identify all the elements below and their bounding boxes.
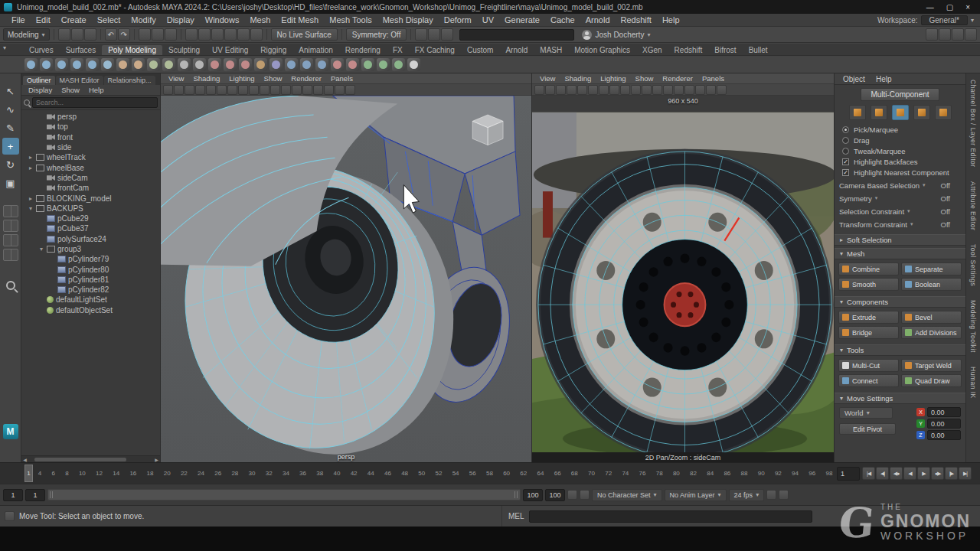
live-surface-button[interactable]: No Live Surface (271, 28, 338, 41)
outliner-item[interactable]: polySurface24 (21, 234, 160, 244)
textured-icon[interactable] (631, 85, 641, 95)
symmetry-selector[interactable]: Symmetry: Off (346, 28, 407, 41)
viewport-menu-item[interactable]: Lighting (224, 74, 259, 83)
menu-item[interactable]: Mesh Display (377, 15, 439, 24)
step-forward-frame-button[interactable]: |▶ (945, 467, 958, 480)
film-gate-icon[interactable] (717, 85, 727, 95)
film-gate-icon[interactable] (345, 85, 355, 95)
face-mode-icon[interactable] (892, 105, 909, 120)
lasso-tool-icon[interactable]: ∿ (2, 101, 19, 118)
play-forward-button[interactable]: ▶ (917, 467, 930, 480)
move-settings-header[interactable]: ▾ Move Settings (835, 393, 965, 404)
auto-keyframe-icon[interactable] (567, 490, 577, 500)
resolution-gate-icon[interactable] (324, 85, 334, 95)
open-scene-icon[interactable] (71, 28, 83, 41)
outliner-item[interactable]: pCylinder81 (21, 275, 160, 285)
motion-blur-icon[interactable] (302, 85, 312, 95)
outliner-item[interactable]: pCube37 (21, 223, 160, 233)
playback-speed-icon[interactable] (779, 490, 789, 500)
axis-value-field[interactable] (927, 419, 961, 429)
modeling-tool-button[interactable]: Quad Draw (901, 374, 962, 387)
select-component-icon[interactable] (165, 28, 177, 41)
viewport-menu-item[interactable]: Renderer (286, 74, 326, 83)
menu-item[interactable]: Help (657, 15, 685, 24)
poly-cone-icon[interactable] (70, 58, 83, 71)
component-tool-button[interactable]: Bridge (838, 326, 899, 339)
character-set-selector[interactable]: No Character Set ▾ (592, 489, 662, 501)
anim-layer-selector[interactable]: No Anim Layer ▾ (665, 489, 727, 501)
menu-item[interactable]: Select (92, 15, 126, 24)
shelf-tab[interactable]: Redshift (668, 45, 709, 55)
bookmark-icon[interactable] (567, 85, 577, 95)
outliner-item[interactable]: ▾ BACKUPS (21, 204, 160, 214)
mesh-tool-button[interactable]: Smooth (838, 278, 899, 291)
step-back-key-button[interactable]: ◀● (890, 467, 903, 480)
spherical-harmonics-icon[interactable] (224, 58, 237, 71)
paint-select-tool-icon[interactable]: ✎ (2, 119, 19, 136)
mesh-tool-button[interactable]: Separate (901, 262, 962, 276)
numeric-input-field[interactable] (459, 29, 574, 41)
modeling-tool-button[interactable]: Target Weld (901, 359, 962, 372)
timeline-track[interactable]: 2468101214161820222426283032343638404244… (23, 463, 835, 484)
toolkit-menu-item[interactable]: Object (838, 75, 871, 83)
shelf-tab[interactable]: FX (387, 45, 409, 55)
ultra-shape-icon[interactable] (239, 58, 252, 71)
save-scene-icon[interactable] (84, 28, 96, 41)
camera-attributes-icon[interactable] (556, 85, 566, 95)
viewport-menu-item[interactable]: View (164, 74, 188, 83)
shelf-tab[interactable]: Bullet (743, 45, 774, 55)
menu-item[interactable]: File (6, 15, 31, 24)
snap-grid-icon[interactable] (185, 28, 198, 41)
user-account-menu[interactable]: Josh Docherty ▾ (582, 30, 650, 40)
layout-single-pane-icon[interactable] (3, 205, 18, 217)
outliner-item[interactable]: side (21, 142, 160, 152)
toolkit-toggle[interactable]: ✓ Highlight Nearest Component (842, 167, 958, 178)
sidebar-vertical-tab[interactable]: Tool Settings (969, 244, 977, 286)
shelf-tab[interactable]: XGen (636, 45, 668, 55)
playback-range-bar[interactable] (47, 489, 521, 500)
gate-mask-icon[interactable] (706, 85, 716, 95)
option-value[interactable]: Off (941, 181, 951, 190)
make-live-icon[interactable] (250, 28, 263, 41)
undo-icon[interactable]: ↶ (105, 28, 117, 41)
menu-item[interactable]: Edit Mesh (276, 15, 324, 24)
poly-gear-icon[interactable] (178, 58, 191, 71)
rotate-tool-icon[interactable]: ↻ (2, 156, 19, 173)
command-language-label[interactable]: MEL (508, 512, 524, 520)
outliner-menu-item[interactable]: Show (57, 86, 83, 94)
outliner-menu-item[interactable]: Help (85, 86, 108, 94)
outliner-menu-item[interactable]: Display (24, 86, 56, 94)
soft-selection-header[interactable]: ▸ Soft Selection (835, 234, 965, 246)
animation-start-field[interactable] (3, 489, 23, 501)
wireframe-icon[interactable] (238, 85, 248, 95)
move-tool-icon[interactable]: + (2, 138, 19, 155)
poly-torus-icon[interactable] (86, 58, 99, 71)
command-input[interactable] (529, 510, 812, 523)
sidebar-vertical-tab[interactable]: Modeling Toolkit (969, 300, 977, 353)
selection-mode-option[interactable]: Drag (842, 135, 958, 145)
shelf-tab[interactable]: Custom (461, 45, 499, 55)
grease-pencil-icon[interactable] (599, 85, 609, 95)
layout-two-pane-icon[interactable] (3, 220, 18, 232)
outliner-item[interactable]: top (21, 122, 160, 132)
snap-projected-center-icon[interactable] (224, 28, 237, 41)
toolkit-option-row[interactable]: Selection Constraint ▾ Off (839, 206, 961, 217)
fps-selector[interactable]: 24 fps ▾ (729, 489, 765, 501)
menu-item[interactable]: Display (162, 15, 200, 24)
combine-icon[interactable] (331, 58, 344, 71)
shelf-tab[interactable]: MASH (534, 45, 568, 55)
multi-component-button[interactable]: Multi-Component (861, 88, 939, 101)
current-frame-field[interactable] (837, 467, 860, 481)
menu-item[interactable]: Mesh Tools (324, 15, 377, 24)
scale-tool-icon[interactable]: ▣ (2, 174, 19, 191)
select-object-icon[interactable] (152, 28, 164, 41)
image-plane-icon[interactable] (577, 85, 587, 95)
playback-end-field[interactable] (523, 489, 543, 501)
shelf-tab[interactable]: UV Editing (206, 45, 254, 55)
expand-toggle-icon[interactable]: ▸ (28, 195, 34, 202)
mesh-tool-button[interactable]: Boolean (901, 278, 962, 291)
select-camera-icon[interactable] (534, 85, 544, 95)
snap-point-icon[interactable] (211, 28, 224, 41)
image-plane-icon[interactable] (206, 85, 216, 95)
outliner-item[interactable]: front (21, 132, 160, 142)
